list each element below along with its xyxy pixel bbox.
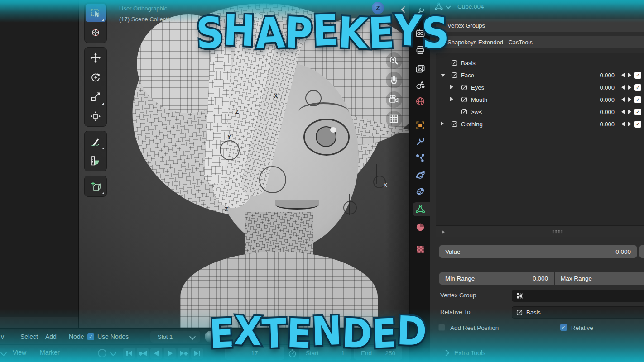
step-left-icon[interactable] [621, 122, 625, 126]
axis-letter: Y [227, 134, 231, 140]
annotate-tool-icon [90, 136, 101, 148]
resize-grip-icon[interactable] [552, 230, 563, 234]
timeline-view-menu[interactable]: View [13, 349, 26, 356]
shapekey-row-mouth[interactable]: Mouth 0.000 [436, 94, 644, 106]
bone-circle [220, 140, 240, 160]
shapekey-row-eyes[interactable]: Eyes 0.000 [436, 81, 644, 94]
step-right-icon[interactable] [628, 97, 631, 102]
shapekey-icon [461, 96, 467, 103]
vertex-groups-panel-header[interactable]: Vertex Groups [436, 19, 644, 32]
shapekey-row-clothing[interactable]: Clothing 0.000 [436, 118, 644, 130]
select-menu[interactable]: Select [20, 333, 38, 340]
rotate-tool-button[interactable] [86, 68, 106, 86]
play-reverse-button[interactable] [150, 348, 162, 359]
step-left-icon[interactable] [621, 97, 625, 102]
next-keyframe-button[interactable] [178, 348, 189, 359]
step-left-icon[interactable] [621, 110, 625, 114]
shapekey-checkbox[interactable] [634, 121, 641, 128]
move-tool-button[interactable] [86, 48, 106, 67]
relative-to-field[interactable]: Basis [512, 306, 644, 319]
shapekey-row-face[interactable]: Face 0.000 [436, 69, 644, 81]
tab-object-data[interactable] [415, 204, 426, 214]
shapekey-checkbox[interactable] [634, 109, 641, 115]
tab-modifiers[interactable] [415, 136, 426, 147]
view-menu-partial[interactable]: v [1, 333, 4, 340]
shapekey-value[interactable]: 0.000 [600, 109, 615, 115]
tab-view-layer[interactable] [415, 63, 426, 74]
scale-tool-button[interactable] [86, 87, 106, 106]
extra-tools-panel-header[interactable]: Extra Tools [430, 345, 644, 360]
shapekey-list: Basis Face 0.000 Eyes 0.000 [436, 53, 644, 226]
node-menu[interactable]: Node [69, 333, 84, 340]
expand-triangle-icon[interactable] [450, 97, 453, 101]
viewport-header-text: User Orthographic (17) Scene Collection … [119, 3, 184, 25]
relative-checkbox[interactable] [560, 324, 567, 331]
auto-keying-record-icon[interactable] [98, 349, 106, 357]
particle-properties-icon [415, 153, 426, 164]
slot-dropdown[interactable]: Slot 1 [150, 331, 200, 343]
collapse-triangle-icon[interactable] [441, 74, 445, 77]
shapekey-checkbox[interactable] [634, 72, 641, 79]
earring [376, 164, 377, 184]
min-range-slider[interactable]: Min Range 0.000 [439, 272, 554, 285]
use-nodes-label: Use Nodes [97, 333, 129, 340]
blender-window: X Z Y Z X User Orthographic (17) Scene C… [0, 0, 644, 362]
tab-world[interactable] [415, 96, 426, 107]
grid-ortho-button[interactable] [386, 111, 402, 127]
shapekey-row-wface[interactable]: >w< 0.000 [436, 106, 644, 118]
keying-chevron-icon[interactable] [110, 350, 116, 356]
value-slider[interactable]: Value 0.000 [439, 245, 637, 258]
select-box-tool-button[interactable] [86, 4, 106, 22]
step-right-icon[interactable] [628, 110, 631, 114]
eye [303, 119, 350, 156]
add-cube-tool-button[interactable] [86, 177, 106, 195]
step-right-icon[interactable] [628, 122, 631, 126]
tab-texture[interactable] [415, 244, 426, 255]
tab-particles[interactable] [415, 153, 426, 164]
shapekey-value[interactable]: 0.000 [600, 96, 615, 103]
shader-editor-canvas[interactable] [0, 0, 78, 329]
tab-material[interactable] [415, 222, 426, 233]
shapekey-row-basis[interactable]: Basis [436, 57, 644, 69]
previous-keyframe-button[interactable] [137, 348, 149, 359]
camera-view-button[interactable] [386, 91, 402, 108]
shapekey-value[interactable]: 0.000 [600, 121, 615, 128]
toolbar-group-add [84, 176, 107, 197]
value-slider-sliver[interactable] [639, 245, 644, 258]
value-label: Value [445, 248, 461, 255]
play-button[interactable] [164, 348, 176, 359]
tab-physics[interactable] [415, 170, 426, 181]
step-right-icon[interactable] [628, 85, 631, 90]
expand-triangle-icon[interactable] [450, 85, 453, 89]
shapekey-value[interactable]: 0.000 [600, 84, 615, 91]
shapekey-name: >w< [471, 109, 482, 115]
relative-to-value: Basis [526, 309, 541, 316]
timeline-marker-menu[interactable]: Marker [40, 349, 60, 356]
vertex-group-field[interactable] [512, 290, 644, 302]
shapekey-checkbox[interactable] [634, 96, 641, 103]
step-right-icon[interactable] [628, 73, 631, 77]
use-nodes-checkbox[interactable] [87, 333, 94, 340]
pan-button[interactable] [386, 72, 402, 88]
expand-triangle-icon[interactable] [442, 230, 445, 234]
measure-tool-button[interactable] [86, 152, 106, 170]
step-left-icon[interactable] [621, 85, 625, 90]
tab-object[interactable] [415, 120, 426, 131]
shapekey-checkbox[interactable] [634, 84, 641, 91]
tab-scene[interactable] [415, 80, 426, 90]
shapekeys-panel-header[interactable]: Shapekeys Extended - CasTools [436, 36, 644, 48]
jump-to-start-button[interactable] [123, 348, 135, 359]
annotate-tool-button[interactable] [86, 132, 106, 151]
shapekey-icon [461, 84, 467, 90]
step-left-icon[interactable] [621, 73, 625, 77]
editor-type-chevron-icon[interactable] [0, 350, 7, 356]
add-menu[interactable]: Add [45, 333, 57, 340]
expand-triangle-icon[interactable] [441, 121, 444, 126]
editor-divider[interactable] [78, 0, 79, 329]
transform-tool-button[interactable] [86, 107, 106, 125]
tab-constraints[interactable] [415, 186, 426, 197]
max-range-slider[interactable]: Max Range [555, 272, 644, 285]
shapekey-value[interactable]: 0.000 [600, 72, 615, 79]
context-label: (17) Scene Collection | B [119, 14, 184, 25]
cursor-tool-button[interactable] [86, 23, 106, 42]
